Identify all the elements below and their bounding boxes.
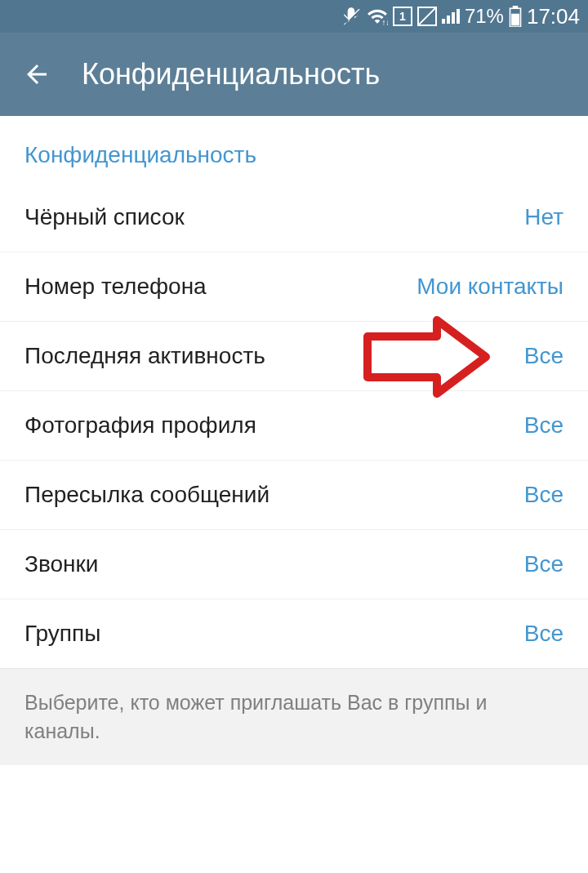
back-button[interactable]	[16, 54, 57, 95]
setting-last-seen[interactable]: Последняя активность Все	[0, 322, 588, 391]
svg-text:↑↓: ↑↓	[381, 18, 388, 27]
battery-icon	[509, 6, 522, 27]
setting-label: Пересылка сообщений	[24, 482, 270, 508]
setting-label: Звонки	[24, 551, 98, 577]
setting-label: Группы	[24, 621, 100, 647]
svg-rect-2	[513, 6, 519, 8]
wifi-icon: ↑↓	[367, 6, 388, 27]
sim2-empty-icon	[417, 7, 437, 26]
setting-label: Последняя активность	[24, 343, 265, 369]
setting-value: Все	[524, 482, 564, 508]
sim1-icon: 1	[393, 7, 412, 26]
status-time: 17:04	[527, 4, 580, 29]
setting-value: Все	[524, 343, 564, 369]
page-title: Конфиденциальность	[82, 57, 380, 91]
signal-icon	[442, 9, 460, 24]
setting-label: Фотография профиля	[24, 412, 256, 439]
section-header: Конфиденциальность	[0, 116, 588, 183]
setting-value: Нет	[524, 204, 564, 230]
privacy-settings-content: Конфиденциальность Чёрный список Нет Ном…	[0, 116, 588, 765]
arrow-left-icon	[22, 60, 51, 89]
section-footer-hint: Выберите, кто может приглашать Вас в гру…	[0, 668, 588, 765]
setting-calls[interactable]: Звонки Все	[0, 530, 588, 599]
setting-blocked-list[interactable]: Чёрный список Нет	[0, 183, 588, 252]
battery-percent: 71%	[465, 5, 504, 28]
setting-value: Все	[524, 621, 564, 647]
setting-phone-number[interactable]: Номер телефона Мои контакты	[0, 252, 588, 322]
setting-label: Чёрный список	[24, 204, 185, 230]
setting-value: Все	[524, 412, 564, 439]
setting-value: Мои контакты	[416, 274, 564, 300]
vibrate-muted-icon	[341, 6, 362, 27]
app-bar: Конфиденциальность	[0, 33, 588, 116]
setting-profile-photo[interactable]: Фотография профиля Все	[0, 391, 588, 461]
svg-rect-3	[511, 14, 519, 26]
status-bar: ↑↓ 1 71% 17:04	[0, 0, 588, 33]
setting-forwarded-messages[interactable]: Пересылка сообщений Все	[0, 461, 588, 530]
setting-groups[interactable]: Группы Все	[0, 599, 588, 668]
setting-value: Все	[524, 551, 564, 577]
setting-label: Номер телефона	[24, 274, 207, 300]
